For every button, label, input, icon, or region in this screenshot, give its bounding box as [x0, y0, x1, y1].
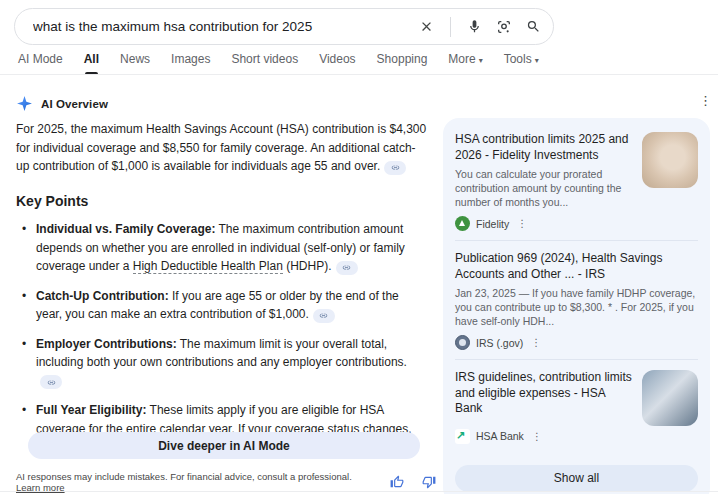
source-card-attribution: Fidelity ⋮ [455, 216, 632, 231]
key-point-label: Employer Contributions: [36, 337, 177, 351]
source-card-kebab-icon[interactable]: ⋮ [517, 218, 527, 229]
source-card-attribution: HSA Bank ⋮ [455, 429, 632, 444]
source-name: Fidelity [476, 218, 509, 230]
source-card-attribution: IRS (.gov) ⋮ [455, 335, 698, 350]
tab-more[interactable]: More▾ [448, 52, 482, 75]
tab-short-videos[interactable]: Short videos [231, 52, 298, 75]
article-thumbnail-baby [642, 132, 698, 188]
ai-overview-menu-kebab-icon[interactable]: ⋮ [699, 94, 712, 108]
source-card[interactable]: Publication 969 (2024), Health Savings A… [455, 241, 698, 359]
source-card-kebab-icon[interactable]: ⋮ [531, 337, 541, 348]
sources-panel: HSA contribution limits 2025 and 2026 - … [443, 118, 710, 494]
bottom-divider [0, 491, 718, 492]
hdhp-link[interactable]: High Deductible Health Plan [133, 259, 283, 274]
source-name: HSA Bank [476, 430, 524, 442]
source-card-title[interactable]: IRS guidelines, contribution limits and … [455, 370, 632, 417]
tabs-divider [0, 74, 718, 75]
key-point-item: Employer Contributions: The maximum limi… [16, 335, 428, 391]
source-card-kebab-icon[interactable]: ⋮ [532, 431, 542, 442]
key-point-text: (HDHP). [283, 259, 332, 273]
disclaimer-text: AI responses may include mistakes. For f… [16, 471, 362, 493]
tab-tools-label: Tools [504, 52, 532, 66]
chevron-down-icon: ▾ [535, 56, 539, 65]
tab-videos[interactable]: Videos [319, 52, 355, 75]
source-card-title[interactable]: Publication 969 (2024), Health Savings A… [455, 251, 698, 282]
link-icon [342, 263, 351, 272]
hsa-bank-favicon [455, 429, 470, 444]
link-icon [319, 311, 328, 320]
tab-news[interactable]: News [120, 52, 150, 75]
google-search-results-page: AI Mode All News Images Short videos Vid… [0, 0, 718, 494]
key-point-item: Catch-Up Contribution: If you are age 55… [16, 287, 428, 324]
irs-favicon [455, 335, 470, 350]
source-card-snippet: Jan 23, 2025 — If you have family HDHP c… [455, 286, 698, 328]
searchbar-divider [450, 17, 451, 37]
voice-search-mic-icon[interactable] [467, 19, 482, 34]
google-lens-icon[interactable] [496, 19, 512, 35]
link-icon [391, 163, 400, 172]
tab-all[interactable]: All [84, 52, 99, 75]
key-point-label: Full Year Eligibility: [36, 403, 146, 417]
intro-text: For 2025, the maximum Health Savings Acc… [16, 122, 426, 173]
fidelity-favicon [455, 216, 470, 231]
disclaimer-body: AI responses may include mistakes. For f… [16, 471, 352, 482]
key-points-heading: Key Points [16, 192, 428, 211]
tab-ai-mode[interactable]: AI Mode [18, 52, 63, 75]
ai-sparkle-icon [16, 95, 33, 112]
source-link-chip[interactable] [336, 261, 358, 275]
article-thumbnail-people-at-laptop [642, 370, 698, 426]
tab-shopping[interactable]: Shopping [377, 52, 428, 75]
search-submit-icon[interactable] [526, 19, 541, 34]
tab-more-label: More [448, 52, 475, 66]
tab-images[interactable]: Images [171, 52, 210, 75]
ai-overview-footer: AI responses may include mistakes. For f… [16, 471, 436, 493]
source-name: IRS (.gov) [476, 337, 523, 349]
source-card[interactable]: HSA contribution limits 2025 and 2026 - … [455, 122, 698, 240]
dive-deeper-ai-mode-button[interactable]: Dive deeper in AI Mode [28, 432, 420, 459]
source-link-chip[interactable] [313, 309, 335, 323]
key-point-label: Individual vs. Family Coverage: [36, 222, 215, 236]
clear-search-icon[interactable] [419, 19, 434, 34]
chevron-down-icon: ▾ [479, 56, 483, 65]
source-card-title[interactable]: HSA contribution limits 2025 and 2026 - … [455, 132, 632, 163]
key-point-label: Catch-Up Contribution: [36, 289, 169, 303]
link-icon [47, 378, 56, 387]
source-link-chip[interactable] [40, 375, 62, 389]
results-tab-bar: AI Mode All News Images Short videos Vid… [18, 52, 539, 75]
ai-overview-intro: For 2025, the maximum Health Savings Acc… [16, 120, 428, 176]
tab-tools[interactable]: Tools▾ [504, 52, 539, 75]
thumbs-up-icon[interactable] [390, 475, 404, 489]
source-link-chip[interactable] [384, 161, 406, 175]
thumbs-down-icon[interactable] [422, 475, 436, 489]
search-input[interactable] [33, 19, 419, 34]
show-all-sources-button[interactable]: Show all [455, 465, 698, 492]
ai-overview-label: AI Overview [41, 98, 108, 110]
source-card-snippet: You can calculate your prorated contribu… [455, 167, 632, 209]
search-bar [14, 8, 554, 45]
ai-overview-header: AI Overview [16, 95, 108, 112]
source-card[interactable]: IRS guidelines, contribution limits and … [455, 360, 698, 453]
key-point-item: Individual vs. Family Coverage: The maxi… [16, 220, 428, 276]
key-points-list: Individual vs. Family Coverage: The maxi… [16, 220, 428, 457]
ai-overview-body: For 2025, the maximum Health Savings Acc… [16, 120, 428, 468]
